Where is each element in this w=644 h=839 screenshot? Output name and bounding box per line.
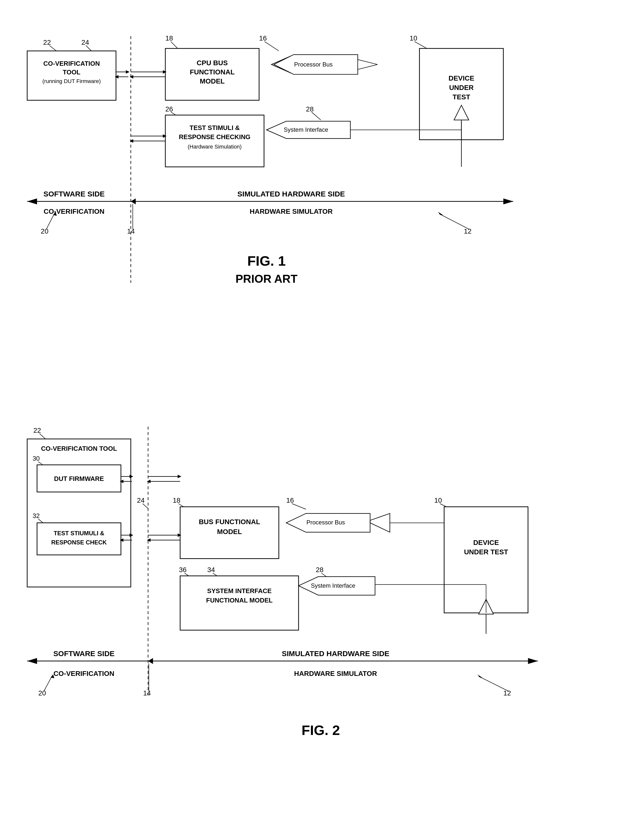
svg-marker-21 [126, 70, 130, 74]
svg-line-18 [312, 112, 321, 120]
co-verif-label-fig2: CO-VERIFICATION [53, 670, 114, 677]
svg-marker-69 [178, 475, 181, 478]
svg-text:Processor Bus: Processor Bus [306, 519, 345, 525]
svg-marker-73 [130, 534, 133, 537]
svg-text:DEVICE: DEVICE [473, 539, 499, 547]
svg-line-51 [292, 504, 306, 509]
num-20-fig2: 20 [38, 689, 46, 697]
num-18-fig2: 18 [173, 496, 181, 504]
num-10-fig1: 10 [409, 34, 417, 42]
svg-text:CPU BUS: CPU BUS [197, 59, 228, 67]
proc-bus-right-fig1 [358, 59, 378, 69]
fig2-title: FIG. 2 [301, 722, 340, 738]
page: 22 24 18 16 10 CO-VERIFICATION TOOL (run… [0, 0, 644, 839]
num-18-fig1: 18 [165, 34, 173, 42]
num-24-fig1: 24 [82, 39, 89, 46]
svg-line-37 [46, 214, 54, 229]
num-20-fig1: 20 [41, 227, 48, 235]
svg-text:TEST STIUMULI &: TEST STIUMULI & [54, 530, 104, 537]
num-28-fig1: 28 [306, 105, 314, 113]
num-36-fig2: 36 [179, 566, 187, 574]
svg-marker-32 [130, 139, 133, 143]
svg-line-4 [414, 41, 427, 48]
svg-marker-85 [27, 658, 37, 664]
svg-line-88 [44, 676, 52, 691]
svg-text:DUT FIRMWARE: DUT FIRMWARE [54, 475, 104, 482]
right-arrow-boundary-fig1 [503, 199, 513, 204]
num-34-fig2: 34 [207, 566, 215, 574]
svg-marker-79 [147, 539, 151, 542]
svg-text:RESPONSE CHECKING: RESPONSE CHECKING [179, 133, 251, 140]
svg-text:FUNCTIONAL: FUNCTIONAL [190, 68, 235, 76]
num-24-fig2: 24 [137, 496, 145, 504]
fig1-subtitle: PRIOR ART [235, 273, 297, 285]
num-22-fig1: 22 [43, 39, 51, 46]
num-28-fig2: 28 [316, 566, 324, 574]
hw-sim-label-fig1: HARDWARE SIMULATOR [250, 208, 333, 215]
svg-marker-36 [131, 199, 136, 204]
num-32-fig2: 32 [33, 512, 40, 519]
svg-text:System Interface: System Interface [284, 126, 328, 133]
svg-text:UNDER TEST: UNDER TEST [464, 548, 508, 556]
svg-marker-86 [528, 658, 538, 664]
num-22-fig2: 22 [33, 427, 41, 434]
simulated-hw-side-label-fig1: SIMULATED HARDWARE SIDE [238, 190, 345, 198]
fig1-title: FIG. 1 [247, 253, 286, 269]
proc-bus-right-fig2 [370, 514, 390, 532]
svg-text:TEST STIMULI &: TEST STIMULI & [189, 124, 240, 131]
svg-text:BUS FUNCTIONAL: BUS FUNCTIONAL [199, 518, 260, 525]
num-16-fig1: 16 [259, 34, 267, 42]
software-side-label-fig2: SOFTWARE SIDE [53, 649, 115, 658]
svg-line-3 [264, 41, 279, 51]
svg-text:MODEL: MODEL [200, 77, 225, 85]
svg-text:RESPONSE CHECK: RESPONSE CHECK [51, 539, 107, 546]
svg-marker-87 [148, 658, 153, 664]
svg-line-49 [143, 504, 148, 509]
test-stimuli-box-fig1 [165, 115, 264, 167]
svg-text:(Hardware Simulation): (Hardware Simulation) [188, 144, 242, 150]
svg-marker-71 [147, 480, 151, 483]
svg-text:CO-VERIFICATION: CO-VERIFICATION [43, 60, 100, 67]
svg-line-40 [439, 214, 469, 229]
svg-text:Processor Bus: Processor Bus [294, 61, 333, 68]
svg-marker-92 [477, 675, 482, 678]
svg-marker-27 [130, 75, 133, 79]
svg-line-91 [479, 676, 508, 691]
svg-text:CO-VERIFICATION TOOL: CO-VERIFICATION TOOL [41, 445, 117, 452]
svg-text:System Interface: System Interface [311, 582, 355, 589]
num-10-fig2: 10 [434, 496, 442, 504]
hw-sim-label-fig2: HARDWARE SIMULATOR [294, 670, 377, 677]
simulated-hw-side-label-fig2: SIMULATED HARDWARE SIDE [282, 649, 389, 658]
svg-text:TOOL: TOOL [63, 69, 80, 76]
num-16-fig2: 16 [286, 496, 294, 504]
left-arrow-boundary-fig1 [27, 199, 37, 204]
svg-text:FUNCTIONAL MODEL: FUNCTIONAL MODEL [206, 597, 273, 604]
svg-line-2 [171, 41, 178, 48]
svg-text:MODEL: MODEL [217, 528, 242, 535]
co-verif-label-fig1: CO-VERIFICATION [44, 208, 105, 215]
num-30-fig2: 30 [33, 455, 40, 462]
software-side-label-fig1: SOFTWARE SIDE [43, 190, 105, 198]
svg-marker-65 [130, 475, 133, 478]
svg-marker-41 [438, 212, 443, 215]
svg-text:DEVICE: DEVICE [449, 74, 474, 82]
svg-text:UNDER: UNDER [449, 84, 473, 92]
svg-text:(running DUT Firmware): (running DUT Firmware) [43, 78, 101, 84]
svg-text:SYSTEM INTERFACE: SYSTEM INTERFACE [207, 588, 271, 594]
svg-text:TEST: TEST [452, 93, 470, 101]
fig2-diagram: 22 CO-VERIFICATION TOOL 30 DUT FIRMWARE … [20, 408, 624, 828]
num-14-fig1: 14 [127, 227, 135, 235]
num-26-fig1: 26 [165, 105, 173, 113]
fig1-diagram: 22 24 18 16 10 CO-VERIFICATION TOOL (run… [20, 15, 624, 398]
num-14-fig2: 14 [143, 689, 151, 697]
coverification-tool-box-fig2 [27, 439, 131, 587]
